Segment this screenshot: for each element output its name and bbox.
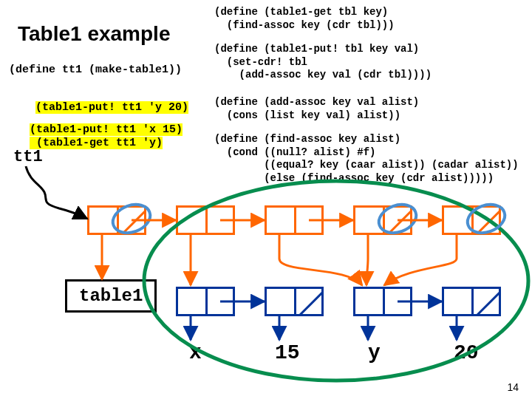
code-define-tt1: (define tt1 (make-table1)) bbox=[9, 64, 182, 78]
nil-slash-x bbox=[294, 289, 321, 314]
page-number: 14 bbox=[507, 381, 519, 393]
table1-tag: table1 bbox=[65, 279, 157, 313]
cons-pair-x-cdr bbox=[265, 287, 324, 316]
cons-pair-x bbox=[176, 287, 235, 316]
code-def-get: (define (table1-get tbl key) (find-assoc… bbox=[214, 6, 395, 32]
cons-spine-3 bbox=[353, 205, 412, 235]
nil-slash-far-right bbox=[471, 208, 499, 233]
code-get-y: (table1-get tt1 'y) bbox=[30, 137, 163, 149]
cons-spine-1 bbox=[176, 205, 235, 235]
atom-y: y bbox=[368, 341, 381, 364]
cons-spine-4 bbox=[442, 205, 501, 235]
slide: Table1 example (define tt1 (make-table1)… bbox=[0, 0, 532, 399]
atom-20: 20 bbox=[454, 341, 479, 364]
tt1-label: tt1 bbox=[13, 148, 43, 166]
nil-slash-top-right bbox=[383, 208, 410, 233]
page-title: Table1 example bbox=[18, 22, 170, 46]
cons-pair-y bbox=[353, 287, 412, 316]
atom-15: 15 bbox=[275, 341, 300, 364]
code-def-put: (define (table1-put! tbl key val) (set-c… bbox=[214, 43, 432, 82]
cons-spine-2 bbox=[265, 205, 324, 235]
cons-pair-y-cdr bbox=[442, 287, 501, 316]
code-def-find: (define (find-assoc key alist) (cond ((n… bbox=[214, 133, 519, 185]
cons-spine-0 bbox=[87, 205, 146, 235]
nil-slash-top-left bbox=[117, 208, 144, 233]
nil-slash-y bbox=[471, 289, 499, 314]
atom-x: x bbox=[189, 341, 202, 364]
code-def-add: (define (add-assoc key val alist) (cons … bbox=[214, 96, 419, 122]
